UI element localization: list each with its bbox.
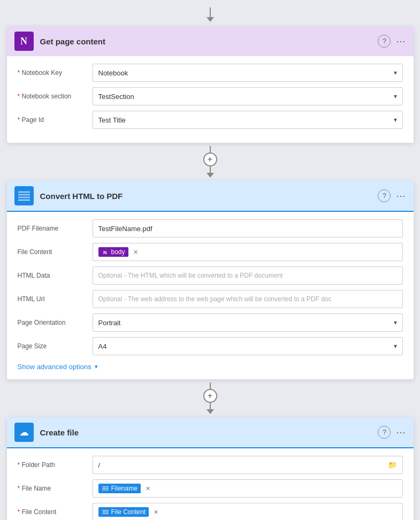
top-arrow-connector bbox=[207, 7, 214, 22]
create-file-content-label: File Content bbox=[18, 508, 93, 516]
file-content-label: File Content bbox=[18, 248, 93, 256]
file-content-token-close-2[interactable]: ✕ bbox=[154, 509, 158, 516]
plus-line-bottom-1 bbox=[210, 166, 211, 173]
plus-button-2[interactable]: + bbox=[203, 389, 217, 403]
create-file-actions: ? ··· bbox=[378, 426, 406, 439]
create-file-title: Create file bbox=[40, 428, 378, 437]
get-page-content-body: Notebook Key Notebook ▾ Notebook section… bbox=[7, 56, 414, 143]
convert-html-pdf-more-button[interactable]: ··· bbox=[396, 190, 406, 202]
convert-html-pdf-header: Convert HTML to PDF ? ··· bbox=[7, 181, 414, 212]
notebook-section-label: Notebook section bbox=[18, 93, 93, 100]
plus-button-1[interactable]: + bbox=[203, 152, 217, 166]
get-page-content-help-button[interactable]: ? bbox=[378, 35, 391, 48]
get-page-content-card: N Get page content ? ··· Notebook Key No… bbox=[7, 26, 414, 143]
create-file-content-row: File Content File Content bbox=[18, 503, 403, 520]
page-orientation-label: Page Orientation bbox=[18, 319, 93, 326]
create-file-name-input[interactable]: Filename ✕ bbox=[93, 479, 403, 498]
plus-line-top-2 bbox=[210, 383, 211, 389]
html-url-row: HTML Url Optional - The web address to t… bbox=[18, 290, 403, 308]
onedrive-icon: ☁ bbox=[14, 423, 34, 442]
html-url-label: HTML Url bbox=[18, 295, 93, 303]
convert-html-pdf-card: Convert HTML to PDF ? ··· PDF Filename T… bbox=[7, 181, 414, 379]
notebook-key-label: Notebook Key bbox=[18, 69, 93, 77]
token-pdf-icon-content bbox=[102, 508, 109, 516]
page-id-value: Test Title bbox=[98, 116, 126, 124]
page-orientation-chevron: ▾ bbox=[394, 319, 397, 326]
plus-arrow-head-2 bbox=[207, 409, 214, 414]
create-file-card: ☁ Create file ? ··· Folder Path / 📁 File… bbox=[7, 417, 414, 520]
file-content-token-close[interactable]: ✕ bbox=[133, 249, 138, 256]
page-size-row: Page Size A4 ▾ bbox=[18, 337, 403, 355]
notebook-section-row: Notebook section TestSection ▾ bbox=[18, 87, 403, 105]
page-id-chevron: ▾ bbox=[394, 116, 397, 124]
get-page-content-title: Get page content bbox=[40, 37, 378, 46]
file-content-row: File Content N body ✕ bbox=[18, 243, 403, 261]
get-page-content-more-button[interactable]: ··· bbox=[396, 36, 406, 47]
notebook-section-value: TestSection bbox=[98, 93, 134, 101]
convert-html-pdf-help-button[interactable]: ? bbox=[378, 189, 391, 202]
notebook-key-select[interactable]: Notebook ▾ bbox=[93, 64, 403, 82]
html-url-input[interactable]: Optional - The web address to the web pa… bbox=[93, 290, 403, 308]
svg-text:N: N bbox=[103, 250, 107, 255]
filename-token-close[interactable]: ✕ bbox=[146, 485, 150, 492]
plus-arrow-head-1 bbox=[207, 173, 214, 178]
folder-browse-icon[interactable]: 📁 bbox=[388, 461, 397, 469]
page-size-select[interactable]: A4 ▾ bbox=[93, 337, 403, 355]
create-file-content-input[interactable]: File Content ✕ bbox=[93, 503, 403, 520]
create-file-more-button[interactable]: ··· bbox=[396, 427, 406, 438]
flow-container: N Get page content ? ··· Notebook Key No… bbox=[7, 5, 414, 520]
onenote-letter: N bbox=[20, 36, 27, 47]
show-advanced-options-label: Show advanced options bbox=[18, 363, 91, 371]
create-file-body: Folder Path / 📁 File Name bbox=[7, 448, 414, 520]
plus-connector-2: + bbox=[203, 383, 217, 414]
filename-token-text: Filename bbox=[111, 485, 138, 492]
plus-line-top-1 bbox=[210, 146, 211, 152]
convert-html-pdf-actions: ? ··· bbox=[378, 189, 406, 202]
plus-line-bottom-2 bbox=[210, 403, 211, 409]
file-content-token-text-2: File Content bbox=[111, 508, 146, 516]
html-data-input[interactable]: Optional - The HTML which will be conver… bbox=[93, 266, 403, 285]
page-id-row: Page Id Test Title ▾ bbox=[18, 111, 403, 129]
file-content-token-2: File Content bbox=[98, 507, 149, 517]
html-data-placeholder: Optional - The HTML which will be conver… bbox=[98, 272, 283, 279]
notebook-key-row: Notebook Key Notebook ▾ bbox=[18, 64, 403, 82]
notebook-section-select[interactable]: TestSection ▾ bbox=[93, 87, 403, 105]
arrow-line bbox=[210, 7, 211, 17]
plus-connector-1: + bbox=[203, 146, 217, 178]
show-advanced-options-toggle[interactable]: Show advanced options ▾ bbox=[18, 363, 403, 371]
cloud-symbol: ☁ bbox=[19, 426, 29, 438]
filename-token: Filename bbox=[98, 484, 141, 493]
get-page-content-actions: ? ··· bbox=[378, 35, 406, 48]
onenote-icon: N bbox=[14, 32, 34, 51]
folder-path-label: Folder Path bbox=[18, 461, 93, 469]
pdf-striped-icon bbox=[18, 190, 30, 202]
pdf-filename-input[interactable]: TestFileName.pdf bbox=[93, 219, 403, 238]
folder-path-input[interactable]: / 📁 bbox=[93, 456, 403, 474]
pdf-icon bbox=[14, 186, 34, 205]
advanced-options: Show advanced options ▾ bbox=[18, 361, 403, 371]
html-data-row: HTML Data Optional - The HTML which will… bbox=[18, 266, 403, 285]
advanced-toggle-chevron: ▾ bbox=[95, 363, 98, 370]
convert-html-pdf-body: PDF Filename TestFileName.pdf File Conte… bbox=[7, 212, 414, 379]
page-id-label: Page Id bbox=[18, 116, 93, 124]
pdf-filename-value: TestFileName.pdf bbox=[98, 225, 152, 233]
page-size-label: Page Size bbox=[18, 342, 93, 350]
notebook-key-chevron: ▾ bbox=[394, 69, 397, 77]
create-file-help-button[interactable]: ? bbox=[378, 426, 391, 439]
page-orientation-row: Page Orientation Portrait ▾ bbox=[18, 313, 403, 332]
notebook-key-value: Notebook bbox=[98, 69, 128, 77]
html-data-label: HTML Data bbox=[18, 272, 93, 279]
create-file-name-row: File Name Filename ✕ bbox=[18, 479, 403, 498]
file-content-input[interactable]: N body ✕ bbox=[93, 243, 403, 261]
page-orientation-select[interactable]: Portrait ▾ bbox=[93, 313, 403, 332]
folder-path-row: Folder Path / 📁 bbox=[18, 456, 403, 474]
page-id-select[interactable]: Test Title ▾ bbox=[93, 111, 403, 129]
token-pdf-icon-filename bbox=[102, 485, 109, 492]
file-content-token-text: body bbox=[111, 248, 125, 256]
notebook-section-chevron: ▾ bbox=[394, 93, 397, 100]
page-size-chevron: ▾ bbox=[394, 342, 397, 350]
page-orientation-value: Portrait bbox=[98, 319, 121, 327]
token-onenote-icon: N bbox=[102, 248, 109, 256]
page-size-value: A4 bbox=[98, 342, 107, 350]
arrow-head bbox=[207, 17, 214, 22]
